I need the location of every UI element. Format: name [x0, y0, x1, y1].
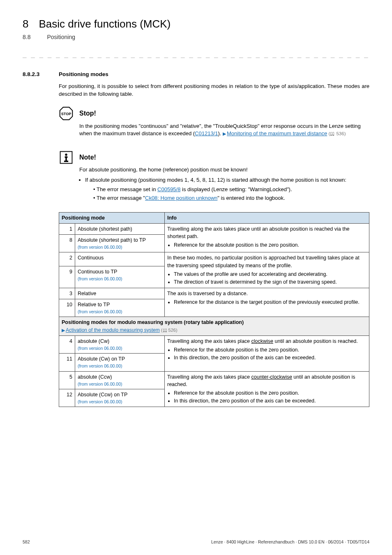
table-section-header: Positioning modes for modulo measuring s…: [59, 317, 369, 336]
col-header-info: Info: [165, 212, 369, 223]
stop-text: In the positioning modes "continuous" an…: [79, 123, 369, 138]
version-note: (from version 06.00.00): [78, 244, 162, 250]
note-title: Note!: [79, 153, 369, 162]
svg-rect-5: [65, 157, 67, 162]
table-cell-info: Travelling along the axis takes place co…: [165, 371, 369, 407]
subsection-title: Positioning modes: [59, 70, 108, 79]
table-cell-info: Travelling along the axis takes place cl…: [165, 335, 369, 371]
info-icon: [59, 150, 74, 165]
table-cell-mode: Relative: [75, 288, 165, 299]
link-modulo-activation[interactable]: Activation of the modulo measuring syste…: [66, 327, 160, 333]
table-cell-info: In these two modes, no particular positi…: [165, 252, 369, 288]
table-cell-num: 8: [59, 235, 75, 252]
table-cell-num: 3: [59, 288, 75, 299]
table-cell-num: 1: [59, 223, 75, 234]
link-ck08[interactable]: Ck08: Home position unknown: [145, 195, 217, 201]
table-cell-mode: Absolute (Ccw) on TP (from version 06.00…: [75, 389, 165, 407]
version-note: (from version 06.00.00): [78, 399, 162, 405]
version-note: (from version 06.00.00): [78, 309, 162, 315]
col-header-mode: Positioning mode: [59, 212, 165, 223]
table-cell-num: 2: [59, 252, 75, 266]
note-callout: Note! For absolute positioning, the home…: [59, 150, 369, 204]
table-cell-mode: Absolute (Cw) on TP (from version 06.00.…: [75, 354, 165, 371]
svg-text:STOP: STOP: [61, 112, 71, 116]
link-c00595[interactable]: C00595/8: [157, 186, 180, 192]
table-cell-mode: Continuous to TP (from version 06.00.00): [75, 266, 165, 288]
table-cell-mode: absolute (Ccw) (from version 06.00.00): [75, 371, 165, 389]
note-line1: For absolute positioning, the home (refe…: [79, 166, 369, 174]
page-footer: 582 Lenze · 8400 HighLine · Referenzhand…: [23, 539, 369, 545]
page-header: 8 Basic drive functions (MCK): [23, 16, 369, 32]
table-cell-mode: Relative to TP (from version 06.00.00): [75, 299, 165, 317]
separator: _ _ _ _ _ _ _ _ _ _ _ _ _ _ _ _ _ _ _ _ …: [23, 49, 369, 59]
intro-paragraph: For positioning, it is possible to selec…: [59, 83, 369, 98]
svg-point-3: [65, 154, 67, 156]
table-cell-info: Travelling along the axis takes place un…: [165, 223, 369, 252]
link-c01213[interactable]: C01213/1: [195, 130, 218, 136]
chapter-title: Basic drive functions (MCK): [39, 16, 171, 32]
note-sub-2: The error message "Ck08: Home position u…: [93, 194, 369, 202]
table-cell-mode: Absolute (shortest path) to TP (from ver…: [75, 235, 165, 252]
table-cell-num: 12: [59, 389, 75, 407]
page-ref: (🕮 526): [160, 328, 178, 333]
svg-rect-6: [64, 161, 68, 162]
table-cell-mode: absolute (Cw) (from version 06.00.00): [75, 335, 165, 353]
link-monitoring-max-travel[interactable]: Monitoring of the maximum travel distanc…: [227, 130, 327, 136]
stop-callout: STOP Stop! In the positioning modes "con…: [59, 106, 369, 138]
sub-header: 8.8 Positioning: [23, 33, 369, 41]
table-cell-mode: Absolute (shortest path): [75, 223, 165, 234]
stop-title: Stop!: [79, 109, 369, 118]
stop-icon: STOP: [59, 106, 74, 121]
section-number: 8.8: [23, 33, 30, 41]
table-cell-num: 4: [59, 335, 75, 353]
version-note: (from version 06.00.00): [78, 345, 162, 352]
table-cell-mode: Continuous: [75, 252, 165, 266]
subsection-number: 8.8.2.3: [23, 70, 47, 79]
note-bullets: If absolute positioning (positioning mod…: [79, 176, 369, 202]
page-number: 582: [23, 539, 30, 545]
footer-meta: Lenze · 8400 HighLine · Referenzhandbuch…: [211, 539, 369, 545]
positioning-modes-table: Positioning mode Info 1 Absolute (shorte…: [59, 212, 369, 407]
version-note: (from version 06.00.00): [78, 363, 162, 369]
table-cell-num: 9: [59, 266, 75, 288]
page-ref: (🕮 536): [327, 131, 346, 136]
version-note: (from version 06.00.00): [78, 276, 162, 282]
note-bullet-text: If absolute positioning (positioning mod…: [85, 177, 346, 183]
section-title: Positioning: [47, 33, 75, 41]
subsection-heading: 8.8.2.3 Positioning modes: [23, 70, 369, 79]
version-note: (from version 06.00.00): [78, 381, 162, 387]
triangle-icon: ▶: [62, 328, 65, 333]
triangle-icon: ▶: [223, 131, 226, 136]
table-cell-info: The axis is traversed by a distance. Ref…: [165, 288, 369, 317]
table-cell-num: 5: [59, 371, 75, 389]
chapter-number: 8: [23, 16, 28, 32]
note-sub-1: The error message set in C00595/8 is dis…: [93, 186, 369, 194]
table-cell-num: 11: [59, 354, 75, 371]
table-cell-num: 10: [59, 299, 75, 317]
